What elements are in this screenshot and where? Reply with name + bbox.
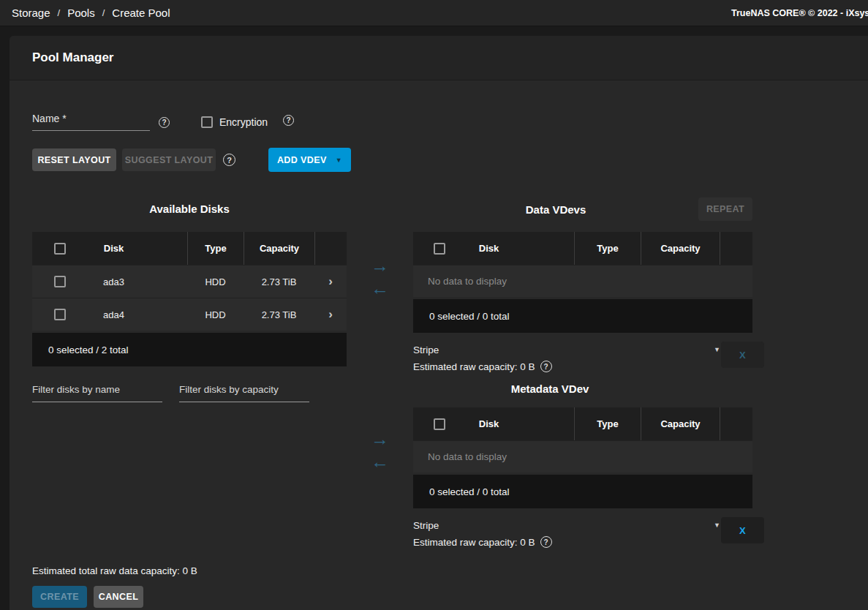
breadcrumb: Storage / Pools / Create Pool <box>12 7 170 19</box>
column-header-disk: Disk <box>466 232 574 265</box>
row-expand-chevron-icon[interactable]: › <box>328 307 333 322</box>
select-all-checkbox[interactable] <box>54 243 66 255</box>
column-header-disk: Disk <box>87 232 187 265</box>
encryption-help-icon[interactable]: ? <box>283 115 294 126</box>
data-vdevs-selection-status: 0 selected / 0 total <box>413 299 752 333</box>
disk-type: HDD <box>187 298 244 331</box>
create-button[interactable]: CREATE <box>32 586 87 608</box>
estimated-total-capacity: Estimated total raw data capacity: 0 B <box>32 565 868 576</box>
disk-type: HDD <box>187 266 244 298</box>
table-header-row: Disk Type Capacity <box>32 232 347 265</box>
breadcrumb-separator: / <box>102 7 105 18</box>
top-bar: Storage / Pools / Create Pool TrueNAS CO… <box>0 0 868 26</box>
encryption-label: Encryption <box>219 116 268 128</box>
estimated-raw-capacity: Estimated raw capacity: 0 B <box>413 361 535 372</box>
available-disks-table: Disk Type Capacity ada3 HDD 2.73 TiB › <box>32 232 347 331</box>
move-from-metadata-vdev-arrow-left-icon[interactable]: ← <box>347 451 413 473</box>
estimated-raw-capacity: Estimated raw capacity: 0 B <box>413 537 535 548</box>
table-row-ada3[interactable]: ada3 HDD 2.73 TiB › <box>32 265 347 298</box>
capacity-help-icon[interactable]: ? <box>540 536 552 548</box>
remove-metadata-vdev-button[interactable]: X <box>721 517 764 543</box>
column-header-disk: Disk <box>466 407 574 440</box>
column-header-type: Type <box>574 407 641 440</box>
row-expand-chevron-icon[interactable]: › <box>328 274 333 289</box>
suggest-layout-button[interactable]: SUGGEST LAYOUT <box>122 148 216 171</box>
column-header-capacity: Capacity <box>641 407 720 440</box>
data-vdevs-table: Disk Type Capacity No data to display <box>413 232 752 297</box>
encryption-checkbox[interactable] <box>201 116 213 128</box>
breadcrumb-separator: / <box>58 7 61 18</box>
column-header-capacity: Capacity <box>641 232 720 265</box>
move-to-data-vdev-arrow-right-icon[interactable]: → <box>347 255 413 277</box>
filter-disks-by-name-input[interactable] <box>32 384 162 402</box>
metadata-vdev-selection-status: 0 selected / 0 total <box>413 475 752 508</box>
repeat-button[interactable]: REPEAT <box>698 197 752 221</box>
data-vdev-layout-select[interactable]: Stripe ▼ <box>413 342 720 358</box>
chevron-down-icon: ▼ <box>336 157 342 164</box>
layout-value: Stripe <box>413 344 439 355</box>
layout-value: Stripe <box>413 520 439 531</box>
suggest-layout-help-icon[interactable]: ? <box>223 154 235 166</box>
empty-table-message: No data to display <box>413 265 752 297</box>
disk-capacity: 2.73 TiB <box>244 298 314 331</box>
remove-data-vdev-button[interactable]: X <box>721 342 764 368</box>
add-vdev-label: ADD VDEV <box>277 155 327 165</box>
table-row-ada4[interactable]: ada4 HDD 2.73 TiB › <box>32 298 347 331</box>
column-header-type: Type <box>187 232 244 265</box>
available-disks-selection-status: 0 selected / 2 total <box>32 333 347 366</box>
add-vdev-button[interactable]: ADD VDEV ▼ <box>268 148 351 172</box>
disk-name: ada4 <box>87 298 187 331</box>
disk-capacity: 2.73 TiB <box>244 266 314 298</box>
row-checkbox[interactable] <box>54 309 66 320</box>
cancel-button[interactable]: CANCEL <box>94 586 143 608</box>
pool-name-input[interactable] <box>32 113 150 131</box>
vdevs-panel: Data VDevs REPEAT Disk Type Capacity No … <box>413 197 752 551</box>
capacity-help-icon[interactable]: ? <box>540 361 552 372</box>
breadcrumb-pools[interactable]: Pools <box>67 7 95 19</box>
data-vdevs-title: Data VDevs <box>413 203 698 216</box>
available-disks-panel: Available Disks Disk Type Capacity ada3 … <box>32 197 347 551</box>
select-all-checkbox[interactable] <box>434 418 445 430</box>
breadcrumb-storage[interactable]: Storage <box>12 7 50 19</box>
breadcrumb-create-pool: Create Pool <box>112 7 170 19</box>
name-help-icon[interactable]: ? <box>159 117 170 128</box>
page-title: Pool Manager <box>32 50 113 65</box>
pool-manager-card: Pool Manager ? Encryption ? RESET LAYOUT… <box>10 36 868 610</box>
move-from-data-vdev-arrow-left-icon[interactable]: ← <box>347 277 413 300</box>
move-arrows-column: → ← → ← <box>347 197 413 551</box>
row-checkbox[interactable] <box>54 276 66 287</box>
filter-disks-by-capacity-input[interactable] <box>179 384 309 402</box>
disk-name: ada3 <box>87 266 187 298</box>
reset-layout-button[interactable]: RESET LAYOUT <box>32 148 116 171</box>
brand-copyright-text: TrueNAS CORE® © 2022 - iXsystems, Inc. <box>731 0 868 26</box>
metadata-vdev-layout-select[interactable]: Stripe ▼ <box>413 517 720 533</box>
move-to-metadata-vdev-arrow-right-icon[interactable]: → <box>347 428 413 451</box>
metadata-vdev-table: Disk Type Capacity No data to display <box>413 407 752 472</box>
table-header-row: Disk Type Capacity <box>413 407 752 440</box>
available-disks-title: Available Disks <box>32 197 347 221</box>
column-header-capacity: Capacity <box>244 232 314 265</box>
table-header-row: Disk Type Capacity <box>413 232 752 265</box>
metadata-vdev-title: Metadata VDev <box>413 381 687 397</box>
empty-table-message: No data to display <box>413 440 752 472</box>
column-header-type: Type <box>574 232 641 265</box>
chevron-down-icon: ▼ <box>714 521 720 529</box>
chevron-down-icon: ▼ <box>714 346 720 353</box>
card-header: Pool Manager <box>10 36 868 80</box>
select-all-checkbox[interactable] <box>434 243 445 255</box>
